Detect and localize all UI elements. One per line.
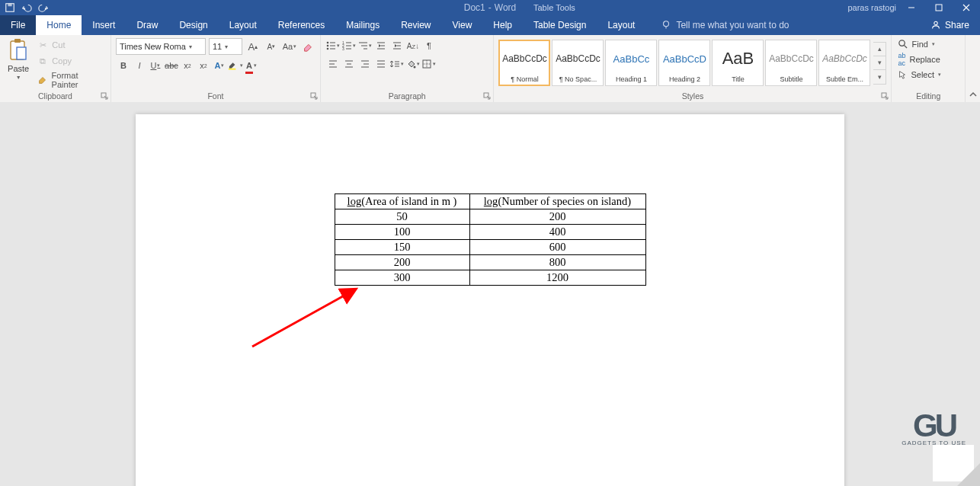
svg-point-57: [899, 40, 905, 46]
user-name: paras rastogi: [847, 3, 896, 12]
chevron-up-icon: [969, 90, 978, 99]
format-painter-label: Format Painter: [52, 71, 104, 89]
paste-button[interactable]: Paste ▼: [5, 38, 32, 80]
font-color-button[interactable]: A▾: [244, 58, 259, 73]
find-button[interactable]: Find ▾: [896, 38, 960, 50]
redo-icon[interactable]: [38, 2, 49, 13]
underline-button[interactable]: U▾: [148, 58, 163, 73]
tab-review[interactable]: Review: [390, 15, 441, 35]
style-subtitle[interactable]: AaBbCcDcSubtitle: [765, 40, 817, 86]
italic-button[interactable]: I: [132, 58, 147, 73]
svg-rect-13: [229, 69, 235, 70]
svg-text:3: 3: [342, 46, 344, 51]
grow-font-button[interactable]: A▴: [245, 39, 261, 54]
shrink-font-button[interactable]: A▾: [264, 39, 279, 54]
styles-gallery[interactable]: AaBbCcDc¶ Normal AaBbCcDc¶ No Spac... Aa…: [498, 40, 870, 86]
tab-mailings[interactable]: Mailings: [335, 15, 390, 35]
tab-design[interactable]: Design: [168, 15, 218, 35]
close-button[interactable]: [953, 0, 980, 15]
shading-button[interactable]: ▾: [405, 56, 421, 72]
minimize-button[interactable]: [898, 0, 925, 15]
collapse-ribbon-button[interactable]: [966, 35, 980, 102]
styles-launcher-icon[interactable]: [881, 92, 889, 100]
font-launcher-icon[interactable]: [310, 92, 318, 100]
style-subtle-emphasis[interactable]: AaBbCcDcSubtle Em...: [818, 40, 870, 86]
share-label: Share: [945, 20, 969, 30]
multilevel-list-button[interactable]: ▾: [357, 38, 373, 53]
paste-icon: [8, 38, 29, 62]
font-name-combo[interactable]: Times New Roma▾: [116, 38, 206, 55]
clipboard-launcher-icon[interactable]: [101, 92, 108, 100]
align-left-button[interactable]: [325, 56, 341, 72]
document-canvas[interactable]: log(Area of island in m ) log(Number of …: [0, 102, 980, 486]
strikethrough-button[interactable]: abc: [164, 58, 179, 73]
share-button[interactable]: Share: [920, 15, 980, 35]
borders-button[interactable]: ▾: [421, 56, 437, 72]
subscript-button[interactable]: x2: [180, 58, 195, 73]
copy-icon: ⧉: [37, 55, 49, 67]
tab-layout[interactable]: Layout: [219, 15, 267, 35]
undo-icon[interactable]: [21, 2, 32, 13]
table-row[interactable]: 150600: [335, 240, 645, 255]
style-heading-2[interactable]: AaBbCcDHeading 2: [658, 40, 710, 86]
text-effects-button[interactable]: A▾: [212, 58, 227, 73]
select-label: Select: [911, 70, 934, 79]
line-spacing-button[interactable]: ▾: [389, 56, 405, 72]
replace-button[interactable]: abac Replace: [896, 51, 960, 68]
bold-button[interactable]: B: [116, 58, 131, 73]
bullets-button[interactable]: ▾: [325, 38, 341, 53]
show-marks-button[interactable]: ¶: [421, 38, 437, 53]
table-row[interactable]: 200800: [335, 255, 645, 270]
tab-file[interactable]: File: [0, 15, 36, 35]
tab-view[interactable]: View: [442, 15, 483, 35]
tab-references[interactable]: References: [267, 15, 335, 35]
align-right-button[interactable]: [357, 56, 373, 72]
style-no-spacing[interactable]: AaBbCcDc¶ No Spac...: [552, 40, 604, 86]
ribbon: Paste ▼ ✂ Cut ⧉ Copy: [0, 35, 980, 103]
numbering-button[interactable]: 123▾: [341, 38, 357, 53]
decrease-indent-button[interactable]: [373, 38, 389, 53]
select-button[interactable]: Select ▾: [896, 69, 960, 80]
style-heading-1[interactable]: AaBbCcHeading 1: [605, 40, 657, 86]
tab-table-layout[interactable]: Layout: [597, 15, 645, 35]
paragraph-launcher-icon[interactable]: [483, 92, 491, 100]
share-icon: [930, 20, 941, 30]
ribbon-tabs: File Home Insert Draw Design Layout Refe…: [0, 15, 980, 35]
increase-indent-button[interactable]: [389, 38, 405, 53]
change-case-button[interactable]: Aa▾: [282, 39, 297, 54]
clear-formatting-button[interactable]: [300, 39, 315, 54]
data-table[interactable]: log(Area of island in m ) log(Number of …: [335, 193, 646, 286]
header-cell-species[interactable]: log(Number of species on island): [469, 194, 645, 209]
tab-help[interactable]: Help: [482, 15, 523, 35]
header-cell-area[interactable]: log(Area of island in m ): [335, 194, 469, 209]
superscript-button[interactable]: x2: [196, 58, 211, 73]
format-painter-button[interactable]: Format Painter: [35, 70, 106, 90]
tab-home[interactable]: Home: [36, 15, 82, 35]
svg-rect-1: [8, 4, 11, 7]
tell-me-search[interactable]: Tell me what you want to do: [661, 15, 789, 35]
tab-table-design[interactable]: Table Design: [523, 15, 597, 35]
table-row[interactable]: 100400: [335, 225, 645, 240]
tab-draw[interactable]: Draw: [126, 15, 168, 35]
styles-gallery-expand[interactable]: ▴ ▾ ▾: [873, 42, 886, 85]
tab-insert[interactable]: Insert: [82, 15, 126, 35]
highlight-button[interactable]: ▾: [228, 58, 243, 73]
gallery-down-icon[interactable]: ▾: [873, 56, 886, 69]
table-row[interactable]: 50200: [335, 209, 645, 225]
style-title[interactable]: AaBTitle: [712, 40, 764, 86]
style-normal[interactable]: AaBbCcDc¶ Normal: [498, 40, 550, 86]
font-size-value: 11: [213, 42, 222, 51]
gallery-more-icon[interactable]: ▾: [873, 69, 886, 83]
page[interactable]: log(Area of island in m ) log(Number of …: [136, 114, 844, 486]
sort-button[interactable]: AZ↓: [405, 38, 421, 53]
maximize-button[interactable]: [925, 0, 953, 15]
copy-button[interactable]: ⧉ Copy: [35, 54, 106, 68]
save-icon[interactable]: [5, 2, 15, 13]
align-center-button[interactable]: [341, 56, 357, 72]
table-header-row[interactable]: log(Area of island in m ) log(Number of …: [335, 194, 645, 209]
gallery-up-icon[interactable]: ▴: [873, 43, 886, 56]
font-size-combo[interactable]: 11▾: [209, 38, 242, 55]
table-row[interactable]: 3001200: [335, 270, 645, 286]
justify-button[interactable]: [373, 56, 389, 72]
cut-button[interactable]: ✂ Cut: [35, 38, 106, 52]
